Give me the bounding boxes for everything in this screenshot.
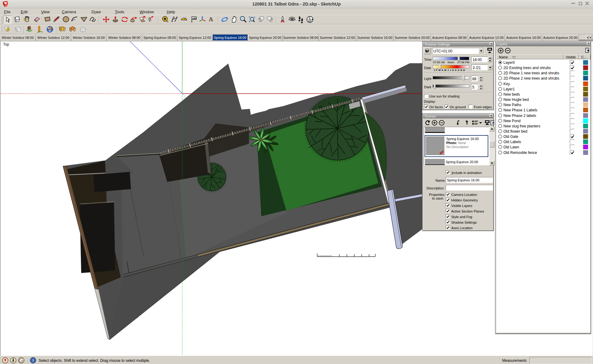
svg-text:C: C (309, 17, 310, 19)
svg-text:ABC: ABC (192, 17, 197, 19)
svg-text:A: A (210, 16, 214, 22)
svg-text:?: ? (32, 358, 34, 363)
svg-text:A-5: A-5 (308, 20, 311, 22)
